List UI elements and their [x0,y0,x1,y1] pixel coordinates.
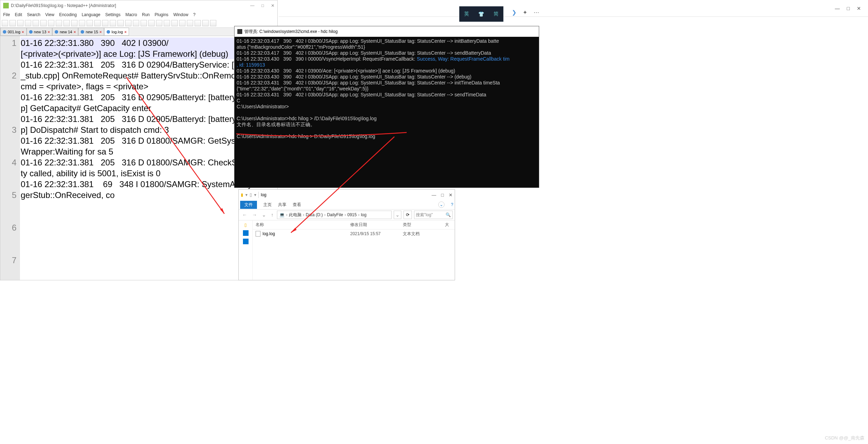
onedrive-icon[interactable] [243,230,249,236]
breadcrumb[interactable]: 💻 › 此电脑 › Data (D:) › DailyFile › 0915 ›… [277,211,392,219]
npp-menubar[interactable]: FileEditSearchViewEncodingLanguageSettin… [0,11,277,19]
npp-close-icon[interactable]: ✕ [271,3,274,8]
menu-view[interactable]: View [45,12,54,17]
npp-titlebar[interactable]: D:\DailyFile\0915\log\log.log - Notepad+… [0,0,277,11]
toolbar-button[interactable] [202,20,209,26]
toolbar-button[interactable] [117,20,124,26]
toolbar-button[interactable] [33,20,39,26]
toolbar-button[interactable] [56,20,62,26]
toolbar-button[interactable] [71,20,77,26]
menu-macro[interactable]: Macro [126,12,137,17]
explorer-navbar[interactable]: ← → ⌄ ↑ 💻 › 此电脑 › Data (D:) › DailyFile … [239,209,455,220]
file-tab[interactable]: 001.log× [0,28,27,36]
puzzle-icon[interactable]: ✦ [523,9,527,16]
tab-close-icon[interactable]: × [124,30,127,34]
menu-?[interactable]: ? [193,12,196,17]
col-name[interactable]: 名称 [253,222,347,228]
npp-maximize-icon[interactable]: □ [262,3,264,8]
breadcrumb-item[interactable]: 此电脑 [289,212,301,218]
bc-dropdown-icon[interactable]: ⌄ [394,211,401,219]
cmd-output[interactable]: 01-16 22:32:03.417 390 402 I 03b00/JSApp… [235,37,539,141]
tab-close-icon[interactable]: × [74,30,76,34]
toolbar-button[interactable] [102,20,108,26]
toolbar-button[interactable] [17,20,23,26]
menu-language[interactable]: Language [82,12,100,17]
browser-maximize-icon[interactable]: □ [847,6,850,11]
toolbar-button[interactable] [195,20,201,26]
bc-root-icon[interactable]: 💻 [279,212,285,217]
toolbar-button[interactable] [171,20,178,26]
tab-close-icon[interactable]: × [100,30,102,34]
toolbar-button[interactable] [164,20,170,26]
browser-close-icon[interactable]: ✕ [857,6,861,11]
toolbar-button[interactable] [2,20,8,26]
ribbon-home-tab[interactable]: 主页 [263,202,272,208]
menu-file[interactable]: File [3,12,10,17]
breadcrumb-item[interactable]: DailyFile [327,212,343,217]
breadcrumb-item[interactable]: Data (D:) [306,212,323,217]
toolbar-button[interactable] [110,20,116,26]
tab-close-icon[interactable]: × [48,30,50,34]
refresh-icon[interactable]: ⟳ [404,211,412,219]
exp-minimize-icon[interactable]: — [432,192,436,198]
ime-badge[interactable]: 英 👕 简 [459,6,503,22]
exp-close-icon[interactable]: ✕ [449,192,453,198]
explorer-ribbon[interactable]: 文件 主页 共享 查看 ⌄ ? [239,200,455,209]
ribbon-help-icon[interactable]: ? [451,202,453,207]
toolbar-button[interactable] [63,20,70,26]
toolbar-button[interactable] [187,20,193,26]
toolbar-button[interactable] [48,20,54,26]
file-tab[interactable]: new 13× [27,28,53,36]
menu-window[interactable]: Window [173,12,188,17]
nav-back-icon[interactable]: ← [241,212,249,218]
menu-settings[interactable]: Settings [105,12,120,17]
ribbon-file-tab[interactable]: 文件 [240,201,257,209]
toolbar-button[interactable] [156,20,162,26]
exp-maximize-icon[interactable]: □ [441,192,444,198]
col-type[interactable]: 类型 [400,222,442,228]
toolbar-button[interactable] [210,20,216,26]
ribbon-expand-icon[interactable]: ⌄ [438,201,445,208]
toolbar-button[interactable] [79,20,85,26]
toolbar-button[interactable] [9,20,16,26]
file-tab[interactable]: new 15× [78,28,104,36]
menu-encoding[interactable]: Encoding [59,12,77,17]
menu-run[interactable]: Run [142,12,150,17]
menu-dots-icon[interactable]: ⋯ [534,9,539,16]
nav-forward-icon[interactable]: → [251,212,258,218]
breadcrumb-item[interactable]: log [361,212,366,217]
dropdown-icon[interactable]: ▾ [245,192,247,197]
toolbar-button[interactable] [94,20,101,26]
quickaccess-icon[interactable]: ▯ [244,223,247,227]
bird-icon[interactable]: ❯ [512,9,516,16]
toolbar-button[interactable] [87,20,93,26]
doc-icon[interactable]: ▯ [250,192,252,197]
toolbar-button[interactable] [141,20,147,26]
toolbar-button[interactable] [148,20,155,26]
breadcrumb-item[interactable]: 0915 [347,212,357,217]
down-icon[interactable]: ▾ [254,192,256,197]
toolbar-button[interactable] [125,20,131,26]
thispc-icon[interactable] [243,239,249,244]
col-size[interactable]: 大 [442,222,452,228]
file-tab[interactable]: log.log× [104,28,129,36]
toolbar-button[interactable] [40,20,47,26]
cmd-titlebar[interactable]: 管理员: C:\windows\system32\cmd.exe - hdc h… [235,26,539,37]
filelist-header[interactable]: 名称 修改日期 类型 大 [253,220,455,230]
toolbar-button[interactable] [179,20,185,26]
col-date[interactable]: 修改日期 [347,222,400,228]
search-input[interactable]: 搜索"log" 🔍 [414,211,453,219]
explorer-titlebar[interactable]: ▮ ▾ ▯ ▾ log — □ ✕ [239,190,455,200]
tab-close-icon[interactable]: × [22,30,24,34]
menu-search[interactable]: Search [27,12,40,17]
nav-recent-icon[interactable]: ⌄ [260,212,267,218]
menu-edit[interactable]: Edit [15,12,22,17]
toolbar-button[interactable] [25,20,31,26]
explorer-sidebar[interactable]: ▯ [239,220,253,280]
ribbon-view-tab[interactable]: 查看 [293,202,301,208]
file-row[interactable]: log.log2021/9/15 15:57文本文档 [253,230,455,238]
npp-minimize-icon[interactable]: — [250,3,255,8]
menu-plugins[interactable]: Plugins [155,12,168,17]
ribbon-share-tab[interactable]: 共享 [278,202,286,208]
explorer-filelist[interactable]: 名称 修改日期 类型 大 log.log2021/9/15 15:57文本文档 [253,220,455,280]
